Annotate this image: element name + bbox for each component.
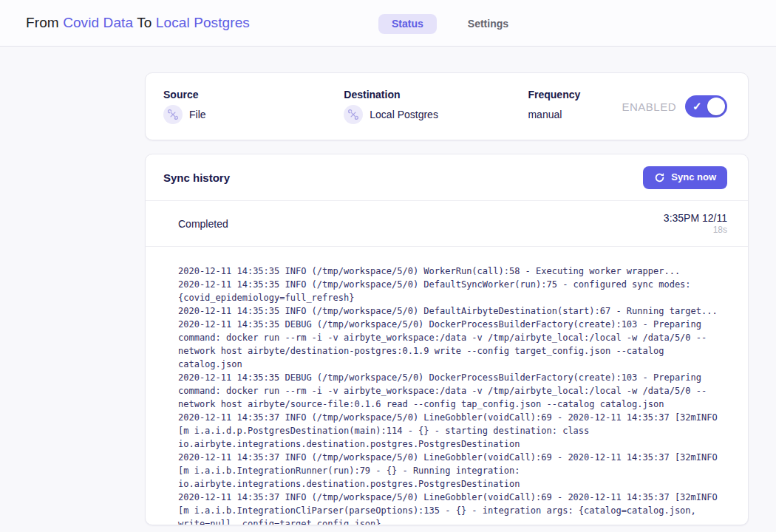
attempt-duration: 18s (664, 225, 727, 236)
log-line: 2020-12-11 14:35:37 INFO (/tmp/workspace… (178, 491, 729, 525)
attempt-status: Completed (178, 218, 228, 230)
connection-header: From Covid Data To Local Postgres Status… (0, 0, 776, 47)
log-line: 2020-12-11 14:35:35 INFO (/tmp/workspace… (178, 304, 729, 318)
frequency-label: Frequency (528, 89, 622, 100)
wrench-connector-icon (344, 105, 363, 124)
connection-status-page: { "header": { "title_from": "From", "sou… (0, 0, 776, 532)
sync-log[interactable]: 2020-12-11 14:35:35 INFO (/tmp/workspace… (146, 247, 748, 525)
wrench-connector-icon (163, 105, 183, 124)
destination-value-row: Local Postgres (344, 105, 528, 124)
title-from-text: From (26, 15, 59, 30)
title-to-text: To (137, 15, 152, 30)
enabled-group: ENABLED ✓ (622, 95, 727, 117)
sync-now-label: Sync now (671, 172, 716, 183)
destination-value: Local Postgres (370, 109, 438, 120)
tab-bar: Status Settings (378, 14, 522, 34)
log-line: 2020-12-11 14:35:37 INFO (/tmp/workspace… (178, 451, 729, 491)
frequency-value: manual (528, 109, 562, 120)
log-line: 2020-12-11 14:35:35 INFO (/tmp/workspace… (178, 265, 729, 278)
log-content: 2020-12-11 14:35:35 INFO (/tmp/workspace… (178, 265, 729, 525)
refresh-icon (654, 172, 665, 183)
enabled-label: ENABLED (622, 100, 676, 113)
page-title: From Covid Data To Local Postgres (26, 15, 250, 31)
frequency-column: Frequency manual (528, 89, 622, 124)
tab-status[interactable]: Status (378, 14, 437, 34)
log-line: 2020-12-11 14:35:37 INFO (/tmp/workspace… (178, 411, 729, 451)
sync-history-header: Sync history Sync now (146, 154, 748, 200)
check-icon: ✓ (692, 100, 702, 113)
connection-info-card: Source File Destination (145, 72, 749, 140)
toggle-knob (707, 98, 725, 115)
destination-column: Destination Local Postgres (344, 89, 528, 124)
tab-settings[interactable]: Settings (455, 14, 522, 34)
source-value-row: File (163, 105, 344, 124)
source-link[interactable]: Covid Data (63, 15, 133, 30)
sync-history-title: Sync history (163, 171, 230, 184)
log-line: 2020-12-11 14:35:35 INFO (/tmp/workspace… (178, 278, 729, 304)
log-line: 2020-12-11 14:35:35 DEBUG (/tmp/workspac… (178, 318, 729, 371)
attempt-meta: 3:35PM 12/11 18s (664, 211, 727, 236)
destination-link[interactable]: Local Postgres (156, 15, 250, 30)
sync-history-card: Sync history Sync now Completed 3:35PM 1… (145, 154, 749, 525)
source-column: Source File (163, 89, 344, 124)
attempt-timestamp: 3:35PM 12/11 (664, 211, 727, 225)
main-content: Source File Destination (145, 72, 749, 525)
log-line: 2020-12-11 14:35:35 DEBUG (/tmp/workspac… (178, 371, 729, 411)
sync-attempt-row[interactable]: Completed 3:35PM 12/11 18s (146, 200, 748, 247)
destination-label: Destination (344, 89, 528, 100)
sync-now-button[interactable]: Sync now (643, 166, 727, 189)
source-value: File (189, 109, 206, 120)
source-label: Source (163, 89, 344, 100)
enabled-toggle[interactable]: ✓ (685, 95, 727, 117)
